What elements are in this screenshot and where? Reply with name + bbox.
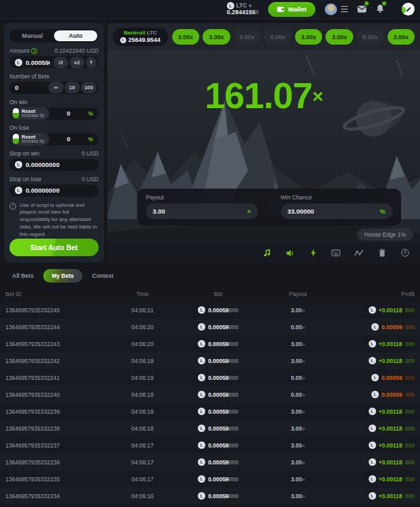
tab-my-bets[interactable]: My Bets bbox=[43, 269, 83, 283]
amount-input[interactable] bbox=[26, 59, 50, 66]
ltc-coin-icon: Ł bbox=[198, 323, 205, 331]
num-bets-input[interactable] bbox=[15, 84, 45, 91]
table-row[interactable]: 1364695793533224404:06:20Ł0.000590000.00… bbox=[0, 318, 420, 335]
on-win-control: ResetIncrease by % bbox=[9, 107, 99, 120]
on-win-toggle[interactable]: ResetIncrease by bbox=[11, 107, 49, 120]
ltc-coin-icon: Ł bbox=[371, 374, 379, 381]
bet-id: 13646957935332239 bbox=[5, 408, 112, 415]
history-chip[interactable]: 3.00x bbox=[203, 29, 230, 45]
stop-win-input[interactable] bbox=[26, 161, 97, 168]
wallet-button[interactable]: Wallet bbox=[268, 2, 315, 17]
bankroll-pill[interactable]: Bankroll LTC Ł25649.9544 bbox=[113, 28, 168, 46]
bet-payout: 3.00× bbox=[263, 408, 333, 415]
table-row[interactable]: 1364695793533224504:06:21Ł0.000590003.00… bbox=[0, 301, 420, 318]
start-auto-bet-button[interactable]: Start Auto Bet bbox=[9, 239, 99, 256]
on-lose-toggle[interactable]: ResetIncrease by bbox=[11, 133, 49, 145]
payout-label: Payout bbox=[146, 194, 258, 201]
pencil-icon bbox=[405, 6, 412, 13]
table-row[interactable]: 1364695793533224104:06:19Ł0.000590000.00… bbox=[0, 369, 420, 386]
bet-profit: Ł+0.00118000 bbox=[333, 425, 415, 432]
bet-id: 13646957935332240 bbox=[5, 391, 112, 398]
chat-support-button[interactable] bbox=[402, 3, 415, 16]
bets-tabs: All Bets My Bets Contest bbox=[5, 269, 420, 283]
ltc-coin-icon: Ł bbox=[369, 475, 376, 483]
double-button[interactable]: x2 bbox=[70, 57, 84, 68]
ltc-coin-icon: Ł bbox=[198, 458, 205, 466]
bets-table: Bet ID Time Bet Payout Profit 1364695793… bbox=[0, 287, 420, 504]
ten-button[interactable]: 10 bbox=[65, 82, 80, 93]
on-lose-input[interactable] bbox=[49, 136, 88, 143]
infinity-button[interactable]: ∞ bbox=[49, 82, 63, 93]
hotkeys-button[interactable] bbox=[332, 249, 340, 258]
turbo-toggle[interactable] bbox=[309, 249, 317, 258]
amount-stepper[interactable]: ▲▼ bbox=[86, 57, 97, 68]
table-row[interactable]: 1364695793533224204:06:19Ł0.000590003.00… bbox=[0, 352, 420, 369]
bet-profit: Ł0.00059000 bbox=[333, 323, 415, 331]
notifications-button[interactable] bbox=[376, 3, 384, 16]
bet-profit: Ł+0.00118000 bbox=[333, 306, 415, 314]
table-row[interactable]: 1364695793533223904:06:18Ł0.000590003.00… bbox=[0, 403, 420, 420]
avatar[interactable] bbox=[325, 3, 337, 16]
tab-all-bets[interactable]: All Bets bbox=[5, 269, 41, 283]
table-row[interactable]: 1364695793533223704:06:17Ł0.000590003.00… bbox=[0, 437, 420, 454]
bet-amount: Ł0.00059000 bbox=[173, 492, 263, 500]
bet-id: 13646957935332234 bbox=[5, 493, 112, 500]
tab-contest[interactable]: Contest bbox=[85, 269, 120, 283]
messages-badge bbox=[364, 1, 369, 6]
percent-suffix: % bbox=[88, 110, 93, 117]
history-chip[interactable]: 3.00x bbox=[325, 29, 353, 45]
ltc-coin-icon: Ł bbox=[369, 441, 376, 449]
stop-lose-input[interactable] bbox=[26, 187, 97, 194]
bet-profit: Ł+0.00118000 bbox=[333, 340, 415, 347]
payout-input[interactable] bbox=[153, 208, 247, 215]
clear-button[interactable] bbox=[377, 249, 386, 258]
win-chance-input[interactable] bbox=[288, 208, 380, 215]
on-lose-control: ResetIncrease by % bbox=[9, 133, 99, 145]
table-row[interactable]: 1364695793533223804:06:18Ł0.000590003.00… bbox=[0, 420, 420, 437]
currency-selector[interactable]: Ł LTC ▾ 0.28441550 bbox=[227, 2, 259, 16]
history-chip[interactable]: 0.00x bbox=[234, 29, 261, 45]
table-header: Bet ID Time Bet Payout Profit bbox=[0, 287, 420, 301]
on-win-input[interactable] bbox=[49, 110, 88, 117]
result-multiplier: 161.07× bbox=[107, 74, 420, 116]
messages-button[interactable] bbox=[357, 3, 367, 16]
ltc-coin-icon: Ł bbox=[15, 59, 22, 66]
balance-value: 0.28441550 bbox=[227, 9, 259, 16]
bet-amount: Ł0.00059000 bbox=[173, 340, 263, 347]
bet-payout: 3.00× bbox=[263, 493, 333, 500]
table-row[interactable]: 1364695793533224304:06:20Ł0.000590003.00… bbox=[0, 335, 420, 352]
bet-time: 04:06:17 bbox=[112, 459, 174, 466]
table-row[interactable]: 1364695793533223504:06:17Ł0.000590003.00… bbox=[0, 470, 420, 487]
ltc-coin-icon: Ł bbox=[198, 425, 205, 432]
music-toggle[interactable] bbox=[263, 249, 271, 258]
hundred-button[interactable]: 100 bbox=[81, 82, 97, 93]
script-disclaimer: ? Use of script is optional and players … bbox=[9, 202, 99, 239]
bet-time: 04:06:19 bbox=[112, 358, 174, 364]
tab-auto[interactable]: Auto bbox=[54, 30, 97, 41]
history-chip[interactable]: 3.00x bbox=[295, 29, 323, 45]
table-row[interactable]: 1364695793533224004:06:18Ł0.000590000.00… bbox=[0, 386, 420, 403]
table-row[interactable]: 1364695793533223604:06:17Ł0.000590003.00… bbox=[0, 454, 420, 470]
chevron-down-icon: ▾ bbox=[249, 3, 252, 9]
stop-lose-usd: 0 USD bbox=[82, 176, 99, 183]
half-button[interactable]: /2 bbox=[53, 57, 68, 68]
history-chip[interactable]: 3.00x bbox=[388, 29, 415, 45]
house-edge-badge: House Edge 1% bbox=[357, 228, 413, 241]
live-stats-button[interactable] bbox=[355, 249, 363, 258]
num-bets-label: Number of Bets bbox=[9, 73, 49, 80]
bet-id: 13646957935332235 bbox=[5, 476, 112, 483]
bet-payout: 3.00× bbox=[263, 459, 333, 466]
bet-profit: Ł+0.00118000 bbox=[333, 492, 415, 500]
notifications-badge bbox=[382, 1, 387, 6]
history-chip[interactable]: 0.00x bbox=[357, 29, 384, 45]
history-chip[interactable]: 0.00x bbox=[264, 29, 292, 45]
info-icon[interactable]: i bbox=[31, 48, 37, 54]
history-chip[interactable]: 3.00x bbox=[172, 29, 200, 45]
help-button[interactable]: ? bbox=[400, 249, 409, 258]
menu-icon[interactable] bbox=[341, 6, 348, 13]
ltc-coin-icon: Ł bbox=[198, 408, 205, 415]
sound-toggle[interactable] bbox=[286, 249, 294, 258]
tab-manual[interactable]: Manual bbox=[11, 30, 54, 41]
bet-id: 13646957935332243 bbox=[5, 341, 112, 347]
table-row[interactable]: 1364695793533223404:06:16Ł0.000590003.00… bbox=[0, 487, 420, 504]
